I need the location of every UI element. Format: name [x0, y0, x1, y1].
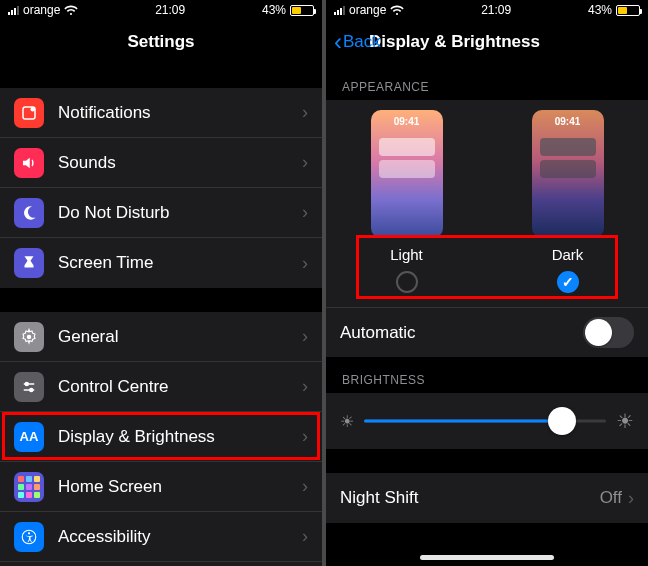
clock: 21:09	[155, 3, 185, 17]
display-icon: AA	[14, 422, 44, 452]
dark-label: Dark	[552, 246, 584, 263]
signal-bars-icon	[8, 6, 19, 15]
settings-group-1: Notifications › Sounds › Do Not Disturb …	[0, 88, 322, 288]
row-label: Control Centre	[58, 377, 302, 397]
battery-pct: 43%	[262, 3, 286, 17]
svg-point-1	[31, 107, 36, 112]
row-label: Notifications	[58, 103, 302, 123]
row-screentime[interactable]: Screen Time ›	[0, 238, 322, 288]
chevron-left-icon: ‹	[334, 30, 342, 54]
sounds-icon	[14, 148, 44, 178]
row-home-screen[interactable]: Home Screen ›	[0, 462, 322, 512]
dark-preview: 09:41	[532, 110, 604, 238]
chevron-right-icon: ›	[302, 476, 308, 497]
home-screen-icon	[14, 472, 44, 502]
back-label: Back	[343, 32, 381, 52]
automatic-row: Automatic	[326, 307, 648, 357]
row-label: General	[58, 327, 302, 347]
control-centre-icon	[14, 372, 44, 402]
display-brightness-screen: orange 21:09 43% ‹ Back Display & Bright…	[326, 0, 648, 566]
row-night-shift[interactable]: Night Shift Off ›	[326, 473, 648, 523]
carrier-label: orange	[23, 3, 60, 17]
svg-point-4	[25, 382, 28, 385]
preview-time: 09:41	[532, 116, 604, 127]
theme-dark[interactable]: 09:41 Dark	[532, 110, 604, 293]
page-title: Settings	[127, 32, 194, 52]
brightness-slider[interactable]	[364, 406, 606, 436]
row-accessibility[interactable]: Accessibility ›	[0, 512, 322, 562]
chevron-right-icon: ›	[628, 488, 634, 509]
brightness-row: ☀︎ ☀︎	[326, 393, 648, 449]
appearance-header: APPEARANCE	[326, 64, 648, 100]
dark-radio[interactable]	[557, 271, 579, 293]
settings-screen: orange 21:09 43% Settings Not	[0, 0, 322, 566]
navbar: Settings	[0, 20, 322, 64]
automatic-label: Automatic	[340, 323, 416, 343]
chevron-right-icon: ›	[302, 376, 308, 397]
night-shift-label: Night Shift	[340, 488, 600, 508]
row-label: Sounds	[58, 153, 302, 173]
appearance-panel: 09:41 Light 09:41 Dark	[326, 100, 648, 307]
row-sounds[interactable]: Sounds ›	[0, 138, 322, 188]
signal-bars-icon	[334, 6, 345, 15]
row-control-centre[interactable]: Control Centre ›	[0, 362, 322, 412]
light-preview: 09:41	[371, 110, 443, 238]
row-label: Display & Brightness	[58, 427, 302, 447]
chevron-right-icon: ›	[302, 152, 308, 173]
wifi-icon	[64, 5, 78, 16]
chevron-right-icon: ›	[302, 102, 308, 123]
brightness-header: BRIGHTNESS	[326, 357, 648, 393]
battery-icon	[290, 5, 314, 16]
theme-light[interactable]: 09:41 Light	[371, 110, 443, 293]
light-radio[interactable]	[396, 271, 418, 293]
battery-icon	[616, 5, 640, 16]
settings-group-2: General › Control Centre › AA Display & …	[0, 312, 322, 566]
status-bar: orange 21:09 43%	[326, 0, 648, 20]
night-shift-value: Off	[600, 488, 622, 508]
screentime-icon	[14, 248, 44, 278]
row-label: Accessibility	[58, 527, 302, 547]
svg-point-8	[28, 532, 30, 534]
row-label: Home Screen	[58, 477, 302, 497]
chevron-right-icon: ›	[302, 326, 308, 347]
navbar: ‹ Back Display & Brightness	[326, 20, 648, 64]
chevron-right-icon: ›	[302, 202, 308, 223]
home-indicator[interactable]	[420, 555, 554, 560]
back-button[interactable]: ‹ Back	[334, 30, 381, 54]
chevron-right-icon: ›	[302, 426, 308, 447]
night-shift-group: Night Shift Off ›	[326, 473, 648, 523]
chevron-right-icon: ›	[302, 253, 308, 274]
row-display-brightness[interactable]: AA Display & Brightness ›	[0, 412, 322, 462]
row-wallpaper[interactable]: Wallpaper ›	[0, 562, 322, 566]
row-notifications[interactable]: Notifications ›	[0, 88, 322, 138]
carrier-label: orange	[349, 3, 386, 17]
sun-small-icon: ☀︎	[340, 412, 354, 431]
general-icon	[14, 322, 44, 352]
light-label: Light	[390, 246, 423, 263]
preview-time: 09:41	[371, 116, 443, 127]
dnd-icon	[14, 198, 44, 228]
chevron-right-icon: ›	[302, 526, 308, 547]
row-label: Do Not Disturb	[58, 203, 302, 223]
battery-pct: 43%	[588, 3, 612, 17]
page-title: Display & Brightness	[369, 32, 540, 52]
svg-point-6	[30, 388, 33, 391]
row-dnd[interactable]: Do Not Disturb ›	[0, 188, 322, 238]
wifi-icon	[390, 5, 404, 16]
svg-point-2	[27, 334, 32, 339]
notifications-icon	[14, 98, 44, 128]
row-general[interactable]: General ›	[0, 312, 322, 362]
sun-large-icon: ☀︎	[616, 409, 634, 433]
clock: 21:09	[481, 3, 511, 17]
automatic-switch[interactable]	[583, 317, 634, 348]
row-label: Screen Time	[58, 253, 302, 273]
accessibility-icon	[14, 522, 44, 552]
status-bar: orange 21:09 43%	[0, 0, 322, 20]
